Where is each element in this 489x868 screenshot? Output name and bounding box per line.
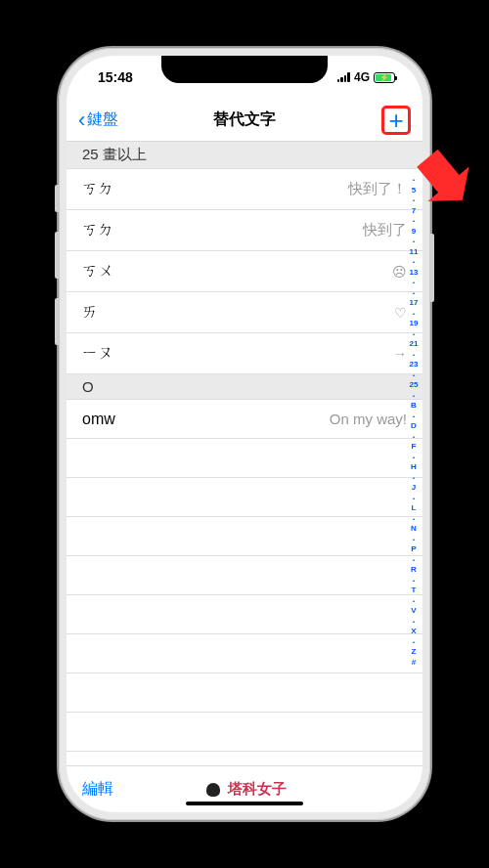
back-label: 鍵盤 (87, 109, 118, 130)
phrase-text: On my way! (330, 411, 407, 427)
index-item[interactable]: 7 (412, 206, 416, 217)
index-item[interactable]: 23 (410, 360, 419, 370)
sad-face-icon: ☹ (392, 264, 407, 280)
notch (161, 56, 328, 83)
index-item[interactable]: 25 (410, 380, 419, 391)
network-label: 4G (354, 70, 370, 84)
signal-icon (337, 72, 350, 82)
index-item[interactable]: 5 (412, 186, 416, 196)
index-item[interactable]: • (413, 637, 415, 648)
phrase-text: → (393, 346, 407, 362)
brand-icon (202, 779, 224, 801)
index-item[interactable]: 21 (410, 339, 419, 350)
index-item[interactable]: # (412, 658, 416, 669)
index-item[interactable]: • (413, 257, 415, 268)
index-item[interactable]: J (412, 483, 416, 494)
index-item[interactable]: X (411, 627, 416, 637)
shortcut-text: ㄞ (82, 302, 98, 323)
page-title: 替代文字 (213, 109, 276, 130)
index-item[interactable]: T (412, 586, 417, 596)
shortcut-text: ㄎㄉ (82, 179, 113, 199)
index-item[interactable]: • (413, 309, 415, 320)
empty-row (67, 439, 422, 478)
index-item[interactable]: • (413, 596, 415, 607)
edit-button[interactable]: 編輯 (82, 779, 113, 800)
index-item[interactable]: • (413, 329, 415, 340)
index-item[interactable]: • (413, 195, 415, 206)
index-item[interactable]: 19 (410, 319, 419, 329)
add-button[interactable]: + (381, 106, 411, 135)
index-item[interactable]: • (413, 555, 415, 566)
brand-label: 塔科女子 (228, 780, 287, 799)
index-item[interactable]: 11 (410, 247, 419, 258)
phrase-text: 快到了 (363, 221, 407, 239)
status-time: 15:48 (98, 69, 133, 85)
section-header: O (67, 374, 422, 400)
shortcut-text: ㄎㄉ (82, 220, 113, 240)
side-button-right (430, 234, 434, 302)
screen: 15:48 4G ⚡ ‹ 鍵盤 替代文字 + 25 畫以上ㄎㄉ快到了！ㄎㄉ快到了… (67, 56, 422, 812)
back-button[interactable]: ‹ 鍵盤 (78, 109, 118, 131)
index-item[interactable]: • (413, 370, 415, 381)
index-item[interactable]: • (413, 432, 415, 443)
index-bar[interactable]: •5•7•9•11•13••17•19•21•23•25•B•D•F•H•J•L… (407, 146, 421, 761)
phrase-text: ♡ (394, 305, 407, 321)
index-item[interactable]: • (413, 576, 415, 586)
empty-row (67, 752, 422, 765)
index-item[interactable]: • (413, 617, 415, 628)
phone-frame: 15:48 4G ⚡ ‹ 鍵盤 替代文字 + 25 畫以上ㄎㄉ快到了！ㄎㄉ快到了… (59, 48, 430, 820)
shortcuts-list[interactable]: 25 畫以上ㄎㄉ快到了！ㄎㄉ快到了ㄎㄨ☹ㄞ♡ㄧㄡ→OomwOn my way! (67, 142, 422, 765)
index-item[interactable]: 13 (410, 268, 419, 279)
chevron-left-icon: ‹ (78, 109, 85, 131)
index-item[interactable]: N (411, 524, 417, 535)
index-item[interactable]: • (413, 494, 415, 504)
content-area: 25 畫以上ㄎㄉ快到了！ㄎㄉ快到了ㄎㄨ☹ㄞ♡ㄧㄡ→OomwOn my way! … (67, 142, 422, 765)
plus-icon: + (388, 108, 403, 133)
index-item[interactable]: F (412, 442, 417, 453)
table-row[interactable]: ㄎㄉ快到了 (67, 210, 422, 251)
index-item[interactable]: H (411, 462, 417, 473)
side-buttons-left (55, 185, 59, 365)
index-item[interactable]: • (413, 278, 415, 288)
empty-row (67, 478, 422, 517)
empty-row (67, 595, 422, 634)
status-right: 4G ⚡ (337, 70, 395, 84)
index-item[interactable]: 9 (412, 227, 416, 238)
table-row[interactable]: ㄞ♡ (67, 292, 422, 333)
index-item[interactable]: • (413, 391, 415, 402)
index-item[interactable]: • (413, 216, 415, 227)
brand-badge: 塔科女子 (202, 779, 287, 801)
index-item[interactable]: L (412, 503, 417, 514)
index-item[interactable]: • (413, 473, 415, 484)
index-item[interactable]: D (411, 421, 417, 432)
index-item[interactable]: • (413, 453, 415, 463)
empty-row (67, 556, 422, 595)
phrase-text: ☹ (392, 264, 407, 280)
index-item[interactable]: • (413, 237, 415, 247)
index-item[interactable]: V (411, 606, 416, 617)
phrase-text: 快到了！ (348, 180, 407, 198)
home-indicator[interactable] (186, 802, 303, 805)
index-item[interactable]: P (411, 544, 416, 555)
index-item[interactable]: Z (412, 647, 417, 658)
index-item[interactable]: • (413, 288, 415, 299)
index-item[interactable]: B (411, 401, 417, 412)
battery-icon: ⚡ (374, 72, 395, 83)
index-item[interactable]: R (411, 565, 417, 576)
index-item[interactable]: • (413, 514, 415, 525)
shortcut-text: ㄎㄨ (82, 261, 113, 282)
shortcut-text: omw (82, 411, 115, 428)
index-item[interactable]: 17 (410, 298, 419, 309)
index-item[interactable]: • (413, 350, 415, 361)
index-item[interactable]: • (413, 412, 415, 422)
table-row[interactable]: ㄎㄉ快到了！ (67, 169, 422, 210)
index-item[interactable]: • (413, 175, 415, 186)
table-row[interactable]: omwOn my way! (67, 400, 422, 439)
heart-icon: ♡ (394, 305, 407, 321)
table-row[interactable]: ㄧㄡ→ (67, 333, 422, 374)
table-row[interactable]: ㄎㄨ☹ (67, 251, 422, 292)
empty-row (67, 713, 422, 752)
index-item[interactable]: • (413, 535, 415, 545)
empty-row (67, 634, 422, 673)
nav-bar: ‹ 鍵盤 替代文字 + (67, 99, 422, 142)
